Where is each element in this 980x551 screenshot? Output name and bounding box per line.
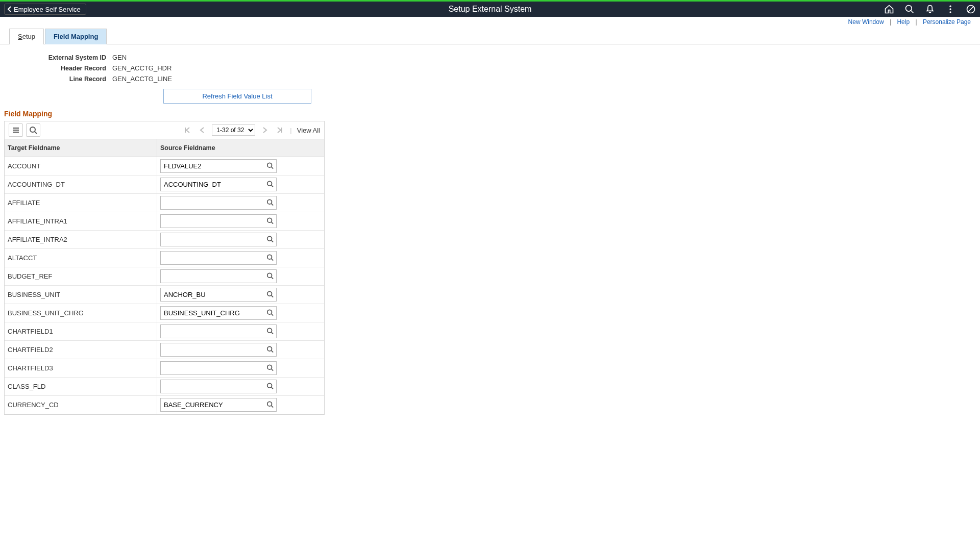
source-fieldname-cell (157, 157, 308, 175)
svg-line-19 (272, 222, 274, 224)
pager-select[interactable]: 1-32 of 32 (212, 124, 255, 136)
table-row: CURRENCY_CD (5, 396, 324, 414)
source-fieldname-cell (157, 378, 308, 395)
view-all-link[interactable]: View All (297, 127, 320, 134)
last-page-icon[interactable] (275, 127, 285, 133)
svg-rect-8 (13, 130, 19, 131)
table-row: AFFILIATE (5, 194, 324, 212)
col-source[interactable]: Source Fieldname (157, 139, 314, 157)
source-fieldname-input[interactable] (160, 269, 277, 283)
source-fieldname-input[interactable] (160, 398, 277, 412)
svg-point-10 (30, 127, 35, 132)
svg-line-27 (272, 295, 274, 297)
table-row: CLASS_FLD (5, 378, 324, 396)
svg-line-13 (272, 167, 274, 169)
block-icon[interactable] (966, 4, 976, 14)
personalize-link[interactable]: Personalize Page (919, 18, 975, 26)
table-row: CHARTFIELD1 (5, 322, 324, 341)
tab-setup[interactable]: Setup (9, 29, 44, 44)
header-bar: Employee Self Service Setup External Sys… (0, 2, 980, 17)
svg-line-15 (272, 185, 274, 187)
lookup-icon[interactable] (266, 272, 274, 281)
svg-point-28 (267, 310, 272, 314)
lookup-icon[interactable] (266, 198, 274, 207)
source-fieldname-cell (157, 249, 308, 267)
grid-body[interactable]: ACCOUNTACCOUNTING_DTAFFILIATEAFFILIATE_I… (5, 157, 324, 414)
lookup-icon[interactable] (266, 254, 274, 262)
svg-point-32 (267, 346, 272, 351)
svg-point-34 (267, 365, 272, 369)
table-row: BUSINESS_UNIT_CHRG (5, 304, 324, 322)
svg-point-0 (906, 6, 912, 12)
source-fieldname-input[interactable] (160, 251, 277, 265)
next-page-icon[interactable] (260, 127, 270, 133)
lookup-icon[interactable] (266, 180, 274, 189)
new-window-link[interactable]: New Window (844, 18, 888, 26)
source-fieldname-cell (157, 286, 308, 304)
target-fieldname: CHARTFIELD1 (5, 322, 157, 340)
section-title: Field Mapping (0, 107, 980, 121)
source-fieldname-input[interactable] (160, 233, 277, 246)
page-title: Setup External System (449, 5, 532, 14)
grid-toolbar: 1-32 of 32 | View All (5, 121, 324, 139)
source-fieldname-cell (157, 322, 308, 340)
svg-point-3 (949, 8, 951, 10)
grid-container: 1-32 of 32 | View All Target Fieldname S… (4, 121, 325, 415)
lookup-icon[interactable] (266, 382, 274, 391)
target-fieldname: BUSINESS_UNIT (5, 286, 157, 304)
tab-field-mapping[interactable]: Field Mapping (45, 29, 107, 44)
target-fieldname: BUDGET_REF (5, 267, 157, 285)
svg-line-1 (911, 11, 914, 13)
source-fieldname-input[interactable] (160, 324, 277, 338)
source-fieldname-input[interactable] (160, 306, 277, 320)
search-icon[interactable] (904, 4, 915, 14)
target-fieldname: BUSINESS_UNIT_CHRG (5, 304, 157, 322)
home-icon[interactable] (884, 4, 894, 14)
lookup-icon[interactable] (266, 235, 274, 244)
prev-page-icon[interactable] (198, 127, 207, 133)
notifications-icon[interactable] (925, 4, 935, 14)
grid-find-icon[interactable] (26, 123, 40, 137)
table-row: ALTACCT (5, 249, 324, 267)
svg-point-14 (267, 181, 272, 186)
svg-line-31 (272, 332, 274, 334)
grid-actions-icon[interactable] (9, 123, 23, 137)
col-target[interactable]: Target Fieldname (5, 139, 157, 157)
lookup-icon[interactable] (266, 364, 274, 372)
help-link[interactable]: Help (893, 18, 914, 26)
menu-icon[interactable] (945, 4, 955, 14)
refresh-button[interactable]: Refresh Field Value List (163, 89, 311, 104)
back-button[interactable]: Employee Self Service (4, 4, 86, 15)
svg-point-2 (949, 6, 951, 7)
source-fieldname-input[interactable] (160, 159, 277, 173)
svg-line-25 (272, 277, 274, 279)
target-fieldname: CHARTFIELD2 (5, 341, 157, 359)
svg-point-36 (267, 383, 272, 388)
source-fieldname-input[interactable] (160, 361, 277, 375)
table-row: ACCOUNTING_DT (5, 176, 324, 194)
svg-line-33 (272, 350, 274, 353)
lookup-icon[interactable] (266, 327, 274, 336)
lookup-icon[interactable] (266, 290, 274, 299)
source-fieldname-input[interactable] (160, 380, 277, 393)
source-fieldname-input[interactable] (160, 288, 277, 302)
lookup-icon[interactable] (266, 345, 274, 354)
first-page-icon[interactable] (182, 127, 192, 133)
table-row: CHARTFIELD3 (5, 359, 324, 378)
table-row: CHARTFIELD2 (5, 341, 324, 359)
lookup-icon[interactable] (266, 309, 274, 317)
source-fieldname-input[interactable] (160, 196, 277, 210)
table-row: ACCOUNT (5, 157, 324, 176)
source-fieldname-input[interactable] (160, 214, 277, 228)
svg-point-38 (267, 402, 272, 406)
source-fieldname-input[interactable] (160, 343, 277, 357)
source-fieldname-input[interactable] (160, 178, 277, 191)
lookup-icon[interactable] (266, 217, 274, 226)
svg-line-39 (272, 406, 274, 408)
source-fieldname-cell (157, 359, 308, 377)
label-line-record: Line Record (10, 76, 112, 83)
lookup-icon[interactable] (266, 162, 274, 170)
lookup-icon[interactable] (266, 400, 274, 409)
target-fieldname: CURRENCY_CD (5, 396, 157, 414)
target-fieldname: AFFILIATE_INTRA2 (5, 231, 157, 248)
